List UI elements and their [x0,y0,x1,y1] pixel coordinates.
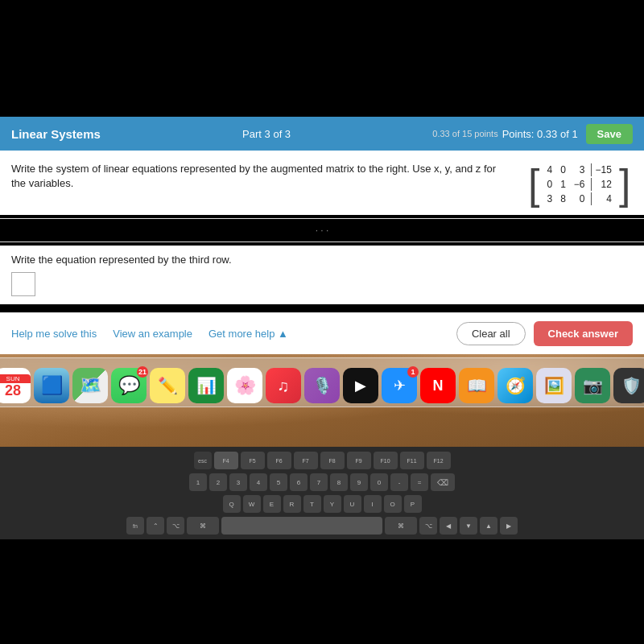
keyboard-inner: esc F4 F5 F6 F7 F8 F9 F10 F11 F12 1 2 3 … [6,452,638,535]
third-row-label: Write the equation represented by the th… [11,254,633,266]
points-main: Points: 0.33 of 1 [502,128,578,140]
key-o[interactable]: O [384,495,402,513]
testflight-badge: 1 [407,366,419,378]
dock-icon-messages[interactable]: 💬 21 [111,368,147,403]
key-option[interactable]: ⌥ [167,517,184,535]
key-space[interactable] [221,517,382,535]
key-f6[interactable]: F6 [267,452,291,469]
matrix-row-1: 4 0 3 −15 [544,163,613,176]
action-right: Clear all Check answer [456,321,633,346]
dock-icon-music[interactable]: ♫ [266,368,301,403]
key-f5[interactable]: F5 [241,452,265,469]
key-t[interactable]: T [303,495,321,513]
key-f10[interactable]: F10 [374,452,398,469]
key-ctrl[interactable]: ⌃ [147,517,164,535]
header-title: Linear Systems [11,127,101,141]
key-0[interactable]: 0 [370,473,388,491]
key-8[interactable]: 8 [330,473,348,491]
key-cmd-left[interactable]: ⌘ [187,517,219,535]
dock-icon-calendar[interactable]: SUN 28 [0,368,31,403]
m21: 8 [558,192,568,205]
key-fn[interactable]: fn [126,517,144,535]
dock-icon-notes[interactable]: ✏️ [150,368,185,403]
key-arrow-up[interactable]: ▲ [480,517,497,535]
collapse-handle[interactable]: · · · [0,222,644,238]
save-button[interactable]: Save [586,124,633,144]
key-u[interactable]: U [344,495,361,513]
answer-input-box[interactable] [11,272,35,296]
key-minus[interactable]: - [390,473,408,491]
dock-icon-facetime[interactable]: 📷 [575,368,610,403]
get-more-help-link[interactable]: Get more help ▲ [208,328,288,340]
key-y[interactable]: Y [324,495,341,513]
dock-icon-photos[interactable]: 🌸 [227,368,262,403]
matrix-row-3: 3 8 0 4 [544,192,613,205]
key-w[interactable]: W [243,495,261,513]
dock-icon-appletv[interactable]: ▶ [343,368,378,403]
view-example-link[interactable]: View an example [113,328,192,340]
key-esc[interactable]: esc [194,452,212,469]
key-f4[interactable]: F4 [214,452,238,469]
dock-icon-news[interactable]: N [420,368,456,403]
key-9[interactable]: 9 [350,473,368,491]
dock-icon-photos2[interactable]: 🖼️ [536,368,572,403]
clear-all-button[interactable]: Clear all [456,322,526,345]
key-cmd-right[interactable]: ⌘ [385,517,417,535]
dock-icon-testflight[interactable]: ✈ 1 [382,368,417,403]
key-f12[interactable]: F12 [427,452,451,469]
key-f11[interactable]: F11 [400,452,424,469]
m12: −6 [572,178,588,191]
divider-line-2 [0,242,644,242]
key-5[interactable]: 5 [270,473,287,491]
dock-icon-security[interactable]: 🛡️ [613,368,644,403]
key-7[interactable]: 7 [310,473,328,491]
dock-icon-podcasts[interactable]: 🎙️ [304,368,340,403]
key-3[interactable]: 3 [229,473,247,491]
key-backspace[interactable]: ⌫ [431,473,455,491]
points-area: 0.33 of 15 points Points: 0.33 of 1 [432,128,577,140]
m11: 1 [558,178,568,191]
check-answer-button[interactable]: Check answer [534,321,633,346]
messages-badge: 21 [137,366,148,378]
key-e[interactable]: E [263,495,281,513]
dock-icon-maps[interactable]: 🗺️ [72,368,108,403]
dock-bar: SUN 28 🟦 🗺️ 💬 21 ✏️ 📊 🌸 [0,357,644,407]
m01: 0 [558,163,568,176]
key-f7[interactable]: F7 [294,452,318,469]
augmented-matrix: [ 4 0 3 −15 0 1 −6 12 [528,162,633,207]
key-row-qwerty: Q W E R T Y U I O P [6,495,638,513]
dock-icon-safari[interactable]: 🧭 [497,368,533,403]
dock-icon-numbers[interactable]: 📊 [188,368,224,403]
dock-icon-books[interactable]: 📖 [459,368,494,403]
m02: 3 [572,163,588,176]
key-i[interactable]: I [364,495,382,513]
dock-icon-finder[interactable]: 🟦 [34,368,69,403]
key-arrow-right[interactable]: ▶ [500,517,518,535]
key-arrow-left[interactable]: ◀ [440,517,457,535]
key-equals[interactable]: = [411,473,428,491]
key-6[interactable]: 6 [290,473,308,491]
key-f9[interactable]: F9 [347,452,371,469]
key-2[interactable]: 2 [209,473,227,491]
m13: 12 [591,178,614,191]
key-4[interactable]: 4 [250,473,267,491]
key-f8[interactable]: F8 [320,452,345,469]
key-1[interactable]: 1 [189,473,207,491]
key-option-right[interactable]: ⌥ [419,517,437,535]
key-r[interactable]: R [283,495,301,513]
key-arrow-down[interactable]: ▼ [460,517,477,535]
help-solve-link[interactable]: Help me solve this [11,328,97,340]
key-p[interactable]: P [404,495,422,513]
key-row-numbers: 1 2 3 4 5 6 7 8 9 0 - = ⌫ [6,473,638,491]
bracket-left: [ [528,163,539,205]
m10: 0 [544,178,555,191]
key-q[interactable]: Q [223,495,241,513]
top-black-area [0,0,644,117]
question-text: Write the system of linear equations rep… [11,162,510,191]
header-part-label: Part 3 of 3 [242,128,291,140]
keyboard-area: esc F4 F5 F6 F7 F8 F9 F10 F11 F12 1 2 3 … [0,447,644,539]
points-small: 0.33 of 15 points [432,129,497,138]
header-right: 0.33 of 15 points Points: 0.33 of 1 Save [432,124,633,144]
dock-area: SUN 28 🟦 🗺️ 💬 21 ✏️ 📊 🌸 [0,354,644,447]
m20: 3 [544,192,555,205]
